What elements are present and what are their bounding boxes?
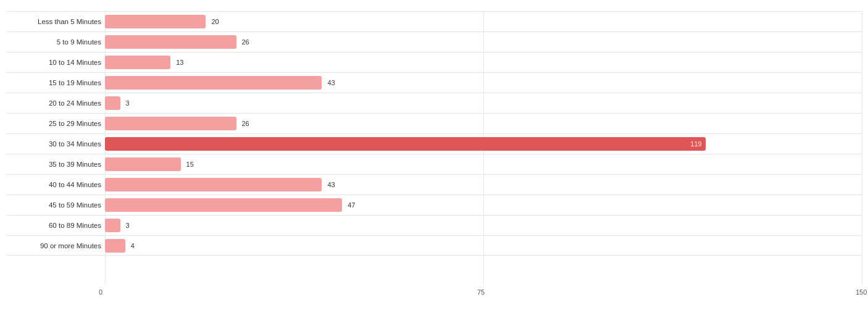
bar-row: 30 to 34 Minutes119 (6, 133, 862, 154)
bar-container: 26 (105, 117, 862, 130)
bar-label: 45 to 59 Minutes (6, 201, 105, 209)
bar-label: 35 to 39 Minutes (6, 161, 105, 168)
bar-fill: 119 (105, 137, 706, 151)
bar-label: 60 to 89 Minutes (6, 222, 105, 229)
bar-row: 40 to 44 Minutes43 (6, 174, 862, 195)
bar-container: 119 (105, 137, 862, 151)
bar-label: 30 to 34 Minutes (6, 140, 105, 148)
bar-fill: 13 (105, 56, 170, 69)
bar-row: 20 to 24 Minutes3 (6, 93, 862, 113)
bar-value-label: 119 (690, 140, 701, 148)
bar-row: 15 to 19 Minutes43 (6, 72, 862, 93)
bar-fill: 15 (105, 157, 181, 171)
bar-row: 35 to 39 Minutes15 (6, 154, 862, 174)
bar-row: 25 to 29 Minutes26 (6, 113, 862, 133)
bar-row: 60 to 89 Minutes3 (6, 215, 862, 235)
bar-label: 25 to 29 Minutes (6, 120, 105, 127)
x-axis-tick: 150 (856, 288, 867, 296)
bar-fill: 26 (105, 117, 236, 130)
bar-row: 10 to 14 Minutes13 (6, 52, 862, 72)
chart-area: Less than 5 Minutes205 to 9 Minutes2610 … (6, 11, 862, 285)
gridline (862, 11, 862, 285)
bar-container: 43 (105, 178, 862, 191)
bar-container: 4 (105, 239, 862, 253)
bar-value-label: 47 (345, 201, 355, 209)
bar-row: 5 to 9 Minutes26 (6, 31, 862, 52)
bar-value-label: 43 (325, 181, 335, 188)
bar-label: 20 to 24 Minutes (6, 99, 105, 107)
bar-value-label: 3 (123, 99, 130, 107)
bar-label: 40 to 44 Minutes (6, 181, 105, 188)
x-axis-tick: 75 (477, 288, 485, 296)
bar-container: 47 (105, 198, 862, 212)
bar-value-label: 26 (240, 38, 249, 46)
chart-container: Less than 5 Minutes205 to 9 Minutes2610 … (0, 0, 868, 323)
bar-row: Less than 5 Minutes20 (6, 11, 862, 31)
bar-fill: 20 (105, 15, 206, 28)
bar-value-label: 13 (173, 59, 183, 66)
bar-label: 10 to 14 Minutes (6, 59, 105, 66)
bar-row: 45 to 59 Minutes47 (6, 195, 862, 215)
bar-value-label: 20 (209, 18, 219, 25)
bar-row: 90 or more Minutes4 (6, 235, 862, 256)
bar-label: 90 or more Minutes (6, 242, 105, 250)
bar-label: Less than 5 Minutes (6, 18, 105, 25)
bar-label: 5 to 9 Minutes (6, 38, 105, 46)
bar-value-label: 43 (325, 79, 335, 86)
bar-fill: 43 (105, 76, 322, 90)
bar-fill: 4 (105, 239, 125, 253)
bar-value-label: 4 (128, 242, 135, 250)
bar-label: 15 to 19 Minutes (6, 79, 105, 86)
x-axis-tick: 0 (99, 288, 102, 296)
x-axis: 075150 (105, 287, 862, 300)
bar-container: 15 (105, 157, 862, 171)
bar-value-label: 3 (123, 222, 130, 229)
bar-container: 26 (105, 35, 862, 49)
bar-fill: 47 (105, 198, 342, 212)
bar-container: 3 (105, 96, 862, 110)
bar-container: 43 (105, 76, 862, 90)
bar-container: 20 (105, 15, 862, 28)
bar-value-label: 26 (240, 120, 249, 127)
bar-container: 3 (105, 219, 862, 232)
bar-value-label: 15 (184, 161, 194, 168)
bar-fill: 43 (105, 178, 322, 191)
bar-fill: 3 (105, 219, 120, 232)
bar-fill: 26 (105, 35, 236, 49)
bar-container: 13 (105, 56, 862, 69)
bar-fill: 3 (105, 96, 120, 110)
